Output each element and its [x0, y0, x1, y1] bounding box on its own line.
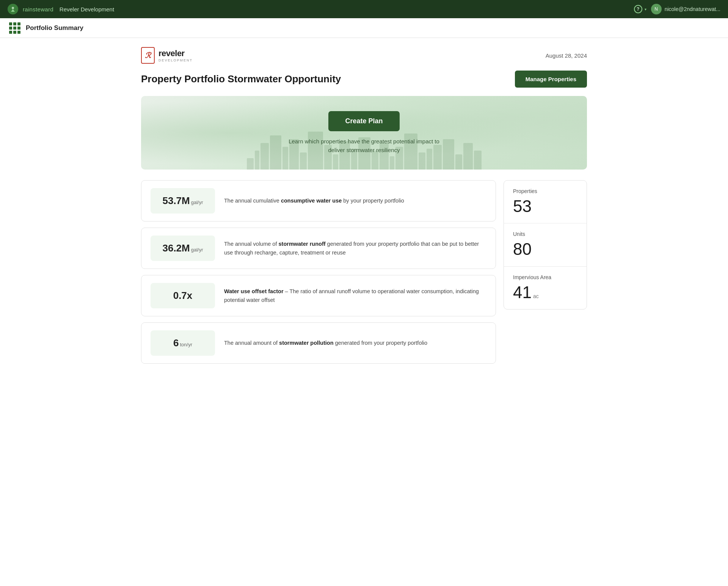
- company-logo: ℛ reveler DEVELOPMENT: [141, 47, 193, 64]
- sidebar-stat-value-0: 53: [513, 197, 532, 215]
- logo-icon: ℛ: [141, 47, 155, 64]
- svg-point-0: [12, 7, 14, 9]
- stat-value-num-1: 36.2M: [162, 242, 190, 254]
- sidebar-stat-value-2: 41: [513, 283, 532, 302]
- logo-text: reveler DEVELOPMENT: [158, 49, 193, 62]
- logo-subtitle: DEVELOPMENT: [158, 58, 193, 62]
- stat-desc-1: The annual volume of stormwater runoff g…: [224, 240, 486, 257]
- user-menu[interactable]: N nicole@2ndnaturewat...: [651, 4, 720, 14]
- app-name: rainsteward: [23, 6, 53, 13]
- stat-value-box-1: 36.2Mgal/yr: [151, 236, 215, 261]
- page-title-row: Property Portfolio Stormwater Opportunit…: [141, 71, 587, 88]
- logo-date-row: ℛ reveler DEVELOPMENT August 28, 2024: [141, 47, 587, 64]
- sidebar-stats: Properties53Units80Impervious Area41ac: [504, 180, 587, 309]
- stat-desc-2: Water use offset factor – The ratio of a…: [224, 287, 486, 304]
- stat-card-0: 53.7Mgal/yrThe annual cumulative consump…: [141, 180, 496, 222]
- sidebar-stat-label-1: Units: [513, 231, 577, 237]
- stat-value-num-2: 0.7x: [173, 290, 193, 301]
- app-logo-mark: [8, 4, 18, 14]
- manage-properties-button[interactable]: Manage Properties: [515, 71, 587, 88]
- stat-value-num-3: 6: [173, 337, 179, 349]
- sidebar-stat-value-1: 80: [513, 240, 532, 258]
- stat-card-2: 0.7xWater use offset factor – The ratio …: [141, 275, 496, 316]
- sidebar-stat-unit-2: ac: [533, 293, 539, 299]
- hero-banner: Create Plan Learn which properties have …: [141, 96, 587, 170]
- stat-value-box-2: 0.7x: [151, 283, 215, 308]
- stat-value-unit-3: ton/yr: [180, 342, 192, 347]
- project-name: Reveler Development: [60, 6, 114, 13]
- hero-description: Learn which properties have the greatest…: [288, 137, 440, 154]
- help-icon: ?: [634, 5, 642, 13]
- sidebar-stat-label-2: Impervious Area: [513, 274, 577, 280]
- stat-card-3: 6ton/yrThe annual amount of stormwater p…: [141, 322, 496, 364]
- top-navigation: rainsteward Reveler Development ? ▾ N ni…: [0, 0, 728, 18]
- user-email: nicole@2ndnaturewat...: [665, 6, 720, 12]
- sidebar-stat-1: Units80: [504, 223, 587, 266]
- stat-value-box-3: 6ton/yr: [151, 330, 215, 356]
- sidebar-stat-2: Impervious Area41ac: [504, 267, 587, 309]
- breadcrumb-bar: Portfolio Summary: [0, 18, 728, 38]
- create-plan-button[interactable]: Create Plan: [328, 111, 399, 131]
- main-content: ℛ reveler DEVELOPMENT August 28, 2024 Pr…: [129, 38, 599, 373]
- report-date: August 28, 2024: [546, 52, 587, 59]
- stat-value-unit-0: gal/yr: [191, 200, 203, 205]
- stat-desc-0: The annual cumulative consumptive water …: [224, 196, 404, 205]
- chevron-down-icon: ▾: [645, 7, 646, 11]
- stat-value-box-0: 53.7Mgal/yr: [151, 188, 215, 214]
- stat-value-unit-1: gal/yr: [191, 247, 203, 253]
- stat-desc-3: The annual amount of stormwater pollutio…: [224, 339, 427, 347]
- stats-cards: 53.7Mgal/yrThe annual cumulative consump…: [141, 180, 496, 364]
- sidebar-stat-label-0: Properties: [513, 188, 577, 194]
- sidebar-stat-0: Properties53: [504, 181, 587, 223]
- grid-menu-icon[interactable]: [9, 22, 20, 34]
- logo-name: reveler: [158, 49, 193, 58]
- stat-value-num-0: 53.7M: [162, 195, 190, 206]
- page-breadcrumb-title: Portfolio Summary: [26, 24, 83, 32]
- avatar: N: [651, 4, 662, 14]
- page-title: Property Portfolio Stormwater Opportunit…: [141, 73, 341, 85]
- help-button[interactable]: ? ▾: [634, 5, 646, 13]
- stat-card-1: 36.2Mgal/yrThe annual volume of stormwat…: [141, 228, 496, 269]
- stats-layout: 53.7Mgal/yrThe annual cumulative consump…: [141, 180, 587, 364]
